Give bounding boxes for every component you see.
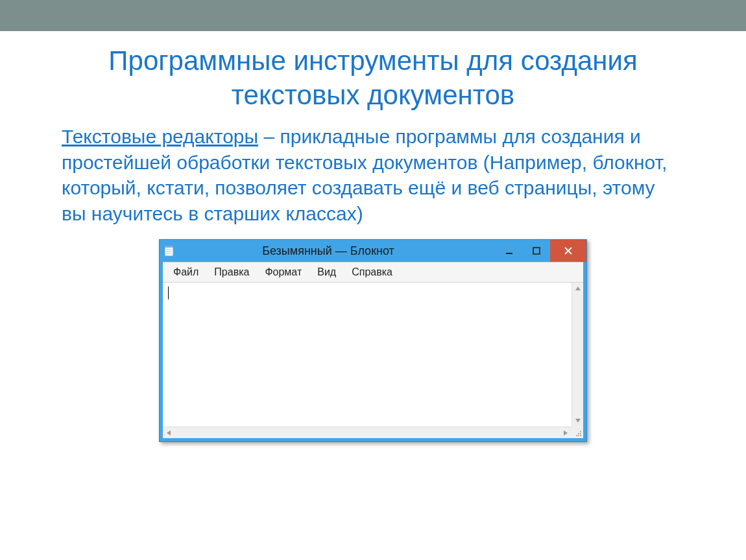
svg-rect-5 <box>506 253 512 254</box>
svg-rect-6 <box>533 248 540 254</box>
horizontal-scrollbar[interactable] <box>163 426 572 438</box>
scroll-right-icon[interactable] <box>560 427 572 438</box>
notepad-app-icon <box>163 245 175 257</box>
menu-view[interactable]: Вид <box>311 265 343 279</box>
slide-content: Программные инструменты для создания тек… <box>0 31 746 442</box>
menu-format[interactable]: Формат <box>258 265 308 279</box>
client-area <box>163 283 583 438</box>
close-button[interactable] <box>550 240 586 262</box>
window-title: Безымянный — Блокнот <box>180 244 496 258</box>
scroll-down-icon[interactable] <box>572 415 583 426</box>
vertical-scrollbar[interactable] <box>572 283 583 426</box>
slide-title: Программные инструменты для создания тек… <box>62 44 684 112</box>
term-text-editors: Текстовые редакторы <box>62 126 258 147</box>
slide-body-text: Текстовые редакторы – прикладные програм… <box>62 124 684 226</box>
scroll-left-icon[interactable] <box>163 427 174 438</box>
minimize-button[interactable] <box>496 240 523 262</box>
maximize-button[interactable] <box>523 240 550 262</box>
svg-marker-11 <box>167 430 171 436</box>
svg-point-16 <box>576 435 577 436</box>
menu-edit[interactable]: Правка <box>208 265 256 279</box>
titlebar[interactable]: Безымянный — Блокнот <box>160 240 586 262</box>
window-controls <box>496 240 586 262</box>
notepad-window: Безымянный — Блокнот Файл Правка Форма <box>159 239 587 442</box>
svg-point-15 <box>580 433 581 434</box>
menubar: Файл Правка Формат Вид Справка <box>163 262 583 283</box>
menu-file[interactable]: Файл <box>167 265 205 279</box>
svg-marker-10 <box>575 419 581 423</box>
svg-point-13 <box>580 431 581 432</box>
scroll-up-icon[interactable] <box>572 283 583 294</box>
svg-marker-9 <box>575 286 581 290</box>
svg-point-18 <box>580 435 581 436</box>
svg-rect-1 <box>165 246 173 248</box>
svg-point-14 <box>578 433 579 434</box>
text-caret <box>168 286 169 299</box>
presentation-top-bar <box>0 0 746 31</box>
menu-help[interactable]: Справка <box>345 265 399 279</box>
svg-marker-12 <box>564 430 568 436</box>
svg-point-17 <box>578 435 579 436</box>
text-editor-area[interactable] <box>163 283 572 426</box>
resize-grip-icon[interactable] <box>572 426 583 438</box>
